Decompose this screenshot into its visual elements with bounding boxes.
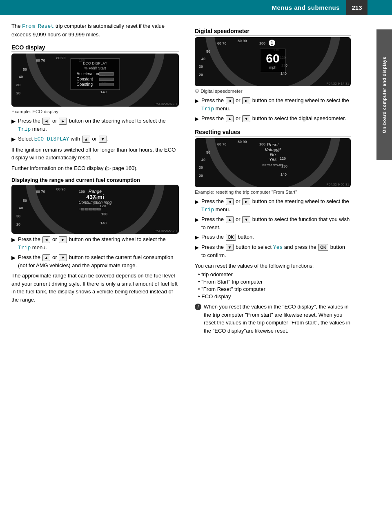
reset-bullet-1-arrow: ▶ <box>195 198 199 206</box>
svg-text:50: 50 <box>206 49 210 54</box>
trip-menu-r1: Trip <box>18 245 31 251</box>
digital-bullet-2-text: Press the ▲ or ▼ button to select the di… <box>201 114 351 123</box>
range-sub: Consumption mpg <box>78 200 111 205</box>
info-icon: i <box>195 304 201 310</box>
eco-label-coasting: Coasting <box>76 82 92 87</box>
reset-bullet-2-arrow: ▶ <box>195 216 199 224</box>
right-arrow-btn-d1: ► <box>242 97 250 104</box>
range-bullet-1: ▶ Press the ◄ or ► button on the steerin… <box>11 235 179 252</box>
svg-text:130: 130 <box>101 212 107 216</box>
svg-text:40: 40 <box>201 158 205 162</box>
range-bullet-2-text: Press the ▲ or ▼ button to select the cu… <box>18 253 179 269</box>
reset-line2: Values? <box>262 147 283 152</box>
left-arrow-btn-rst1: ◄ <box>226 198 234 205</box>
eco-display-subtitle: % From Start <box>76 66 114 70</box>
right-arrow-btn-r1: ► <box>59 236 67 243</box>
digital-ref: P54.32-9-14-31 <box>326 82 349 85</box>
info-text: When you reset the values in the "ECO di… <box>204 303 351 335</box>
svg-text:40: 40 <box>201 57 205 61</box>
digital-caption: ① Digital speedometer <box>195 88 351 95</box>
eco-bullet-1-text: Press the ◄ or ► button on the steering … <box>18 117 179 133</box>
svg-text:30: 30 <box>199 165 203 170</box>
reset-caption: Example: resetting the trip computer "Fr… <box>195 189 351 196</box>
range-cluster-image: 20 30 40 50 60 70 80 90 100 110 120 130 … <box>11 185 179 234</box>
list-item-3: "From Reset" trip computer <box>198 286 351 292</box>
left-arrow-btn-d1: ◄ <box>226 97 234 104</box>
svg-text:50: 50 <box>23 199 27 203</box>
eco-caption: Example: ECO display <box>11 108 179 115</box>
svg-text:40: 40 <box>19 75 23 79</box>
digital-bullet-2: ▶ Press the ▲ or ▼ button to select the … <box>195 114 351 123</box>
chapter-title: Menus and submenus <box>272 4 340 11</box>
svg-text:140: 140 <box>100 221 107 225</box>
reset-ref: P54.32-9-55-31 <box>326 183 349 186</box>
range-scale: 0 <box>78 207 111 211</box>
digital-speed-value: 60 <box>266 51 279 65</box>
range-ref: P54.32-9-53-31 <box>154 229 177 233</box>
reset-bullet-3: ▶ Press the OK button. <box>195 233 351 241</box>
svg-text:40: 40 <box>19 206 23 210</box>
range-value: 437 mi <box>78 194 111 200</box>
reset-bullet-4-arrow: ▶ <box>195 244 199 252</box>
reset-overlay: Reset Values? No Yes FROM START <box>262 142 283 167</box>
eco-further-text: Further information on the ECO display (… <box>11 164 179 172</box>
eco-label-constant: Constant <box>76 77 93 81</box>
main-layout: The From Reset trip computer is automati… <box>0 15 392 342</box>
eco-bullet-2-text: Select ECO DISPLAY with ▲ or ▼. <box>18 135 179 143</box>
scale-0: 0 <box>78 207 80 211</box>
digital-speed-unit: mph <box>266 65 279 69</box>
left-arrow-btn-eco1: ◄ <box>42 118 51 125</box>
eco-bullet-2: ▶ Select ECO DISPLAY with ▲ or ▼. <box>11 135 179 143</box>
svg-text:140: 140 <box>100 90 107 94</box>
svg-text:80 90: 80 90 <box>238 39 247 43</box>
scale-seg-10 <box>85 208 89 210</box>
eco-info-text: If the ignition remains switched off for… <box>11 146 179 162</box>
reset-line4: Yes <box>262 157 283 162</box>
reset-bullet-1: ▶ Press the ◄ or ► button on the steerin… <box>195 197 351 214</box>
right-column: Digital speedometer 20 30 40 50 60 70 80… <box>188 15 360 342</box>
down-arrow-r2: ▼ <box>59 254 67 261</box>
reset-from-start: FROM START <box>262 163 283 167</box>
eco-bullet-2-arrow: ▶ <box>11 135 16 143</box>
from-reset-code: From Reset <box>22 23 54 29</box>
eco-bar-constant <box>99 78 114 81</box>
svg-text:80 90: 80 90 <box>56 56 66 60</box>
digital-bullet-1-text: Press the ◄ or ► button on the steering … <box>201 96 351 113</box>
list-item-1: trip odometer <box>198 271 351 277</box>
reset-bullet-1-text: Press the ◄ or ► button on the steering … <box>201 197 351 214</box>
eco-section-heading: ECO display <box>11 44 179 52</box>
eco-display-ref: ECO DISPLAY <box>34 136 69 142</box>
eco-row-constant: Constant <box>76 76 114 82</box>
range-bullet-1-text: Press the ◄ or ► button on the steering … <box>18 235 179 252</box>
down-arrow-eco2: ▼ <box>99 136 107 143</box>
svg-text:140: 140 <box>281 172 287 177</box>
range-section-heading: Displaying the range and current fuel co… <box>11 177 179 183</box>
svg-text:30: 30 <box>16 83 20 87</box>
right-arrow-btn-rst1: ► <box>242 198 250 205</box>
range-approx-text: The approximate range that can be covere… <box>11 272 179 304</box>
scale-seg-20 <box>89 208 93 210</box>
ok-btn-rst4: OK <box>318 244 328 251</box>
reset-list: trip odometer "From Start" trip computer… <box>195 271 351 300</box>
left-column: The From Reset trip computer is automati… <box>0 15 188 342</box>
svg-text:20: 20 <box>199 73 203 77</box>
eco-label-acceleration: Acceleration <box>76 72 99 76</box>
up-arrow-eco2: ▲ <box>82 136 90 143</box>
eco-overlay: ECO DISPLAY % From Start Acceleration Co… <box>70 58 120 90</box>
up-arrow-d2: ▲ <box>226 115 234 122</box>
svg-text:100: 100 <box>259 41 265 45</box>
down-arrow-rst4: ▼ <box>226 244 234 251</box>
trip-menu-d1: Trip <box>201 106 214 112</box>
down-arrow-rst2: ▼ <box>242 216 250 223</box>
page-number: 213 <box>346 0 368 15</box>
digital-speed-box: 60 mph <box>260 49 285 72</box>
trip-menu-rst1: Trip <box>201 207 214 213</box>
eco-bullet-1: ▶ Press the ◄ or ► button on the steerin… <box>11 117 179 133</box>
svg-text:80 90: 80 90 <box>238 140 247 144</box>
scale-seg-30 <box>94 208 97 210</box>
svg-text:20: 20 <box>16 222 20 226</box>
svg-text:50: 50 <box>206 150 210 154</box>
eco-row-acceleration: Acceleration <box>76 71 114 76</box>
reset-bullet-3-arrow: ▶ <box>195 233 199 241</box>
digital-section-heading: Digital speedometer <box>195 28 351 36</box>
